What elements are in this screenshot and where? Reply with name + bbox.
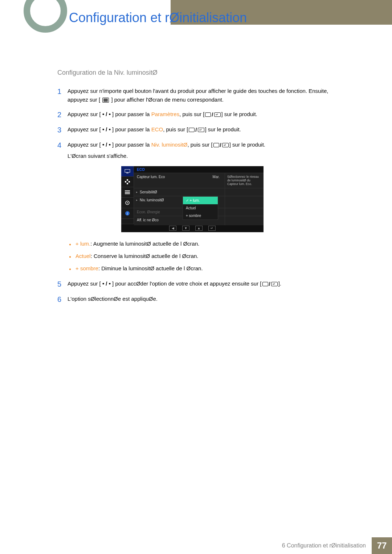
enter-icon: /	[205, 110, 220, 119]
osd-help-text: SØlectionnez le niveau de luminositØ du …	[225, 173, 264, 188]
text: Appuyez sur [	[68, 280, 101, 287]
highlight: ECO	[151, 126, 163, 132]
bullet-item: ● + sombre: Diminue la luminositØ actuel…	[69, 264, 337, 273]
step-body: Appuyez sur [ • / • ] pour accØder l'opt…	[68, 279, 337, 289]
osd-header: ECO	[134, 166, 264, 173]
osd-sidebar-adjust-icon	[121, 177, 134, 187]
step-number: 6	[57, 295, 68, 304]
text: : Augmente la luminositØ actuelle de l Ø…	[90, 241, 199, 247]
osd-sidebar-list-icon	[121, 187, 134, 198]
bullet-list: ● + lum.: Augmente la luminositØ actuell…	[69, 239, 337, 273]
osd-row-label: Niv. luminositØ	[134, 196, 183, 225]
step-number: 5	[57, 279, 68, 289]
osd-sidebar: i	[121, 166, 134, 224]
text: : Diminue la luminositØ actuelle de l Øc…	[98, 265, 203, 271]
text: ] pour passer la	[112, 141, 151, 148]
step-body: Appuyez sur [ • / • ] pour passer la Niv…	[68, 140, 337, 160]
step-body: Appuyez sur n'importe quel bouton l'avan…	[68, 87, 337, 104]
step-number: 2	[57, 110, 68, 119]
section-heading: Configuration de la Niv. luminositØ	[57, 69, 337, 77]
text: Appuyez sur [	[68, 111, 101, 117]
svg-rect-5	[127, 183, 128, 184]
svg-rect-2	[125, 181, 126, 182]
svg-text:i: i	[127, 212, 128, 216]
step-2: 2 Appuyez sur [ • / • ] pour passer la P…	[57, 110, 337, 119]
step-1: 1 Appuyez sur n'importe quel bouton l'av…	[57, 87, 337, 104]
footer-label: 6 Configuration et rØinitialisation	[282, 537, 372, 554]
enter-icon: /	[189, 126, 204, 134]
osd-row-value: Mar.	[180, 173, 225, 188]
bullet-dot: ●	[69, 252, 75, 260]
step-number: 1	[57, 87, 68, 104]
highlight: Paramètres	[151, 111, 180, 117]
osd-row-label: Capteur lum. Eco	[134, 173, 180, 188]
text: L'Øcran suivant s'affiche.	[68, 153, 128, 159]
highlight: Niv. luminositØ	[151, 141, 188, 148]
svg-rect-8	[125, 193, 130, 194]
svg-rect-0	[125, 169, 130, 172]
text: ].	[278, 280, 281, 287]
text: , puis sur [	[179, 111, 204, 117]
text: ] pour passer la	[112, 126, 151, 132]
text: ] sur le produit.	[229, 141, 265, 148]
svg-rect-3	[128, 181, 130, 182]
svg-rect-6	[125, 190, 130, 191]
bullet-item: ● Actuel: Conserve la luminositØ actuell…	[69, 252, 337, 260]
osd-sidebar-info-icon: i	[121, 208, 134, 219]
nav-dots: • / •	[101, 141, 112, 148]
menu-icon	[102, 98, 109, 103]
step-body: L'option sØlectionnØe est appliquØe.	[68, 295, 337, 304]
text: L'option sØlectionnØe est appliquØe.	[68, 296, 158, 302]
nav-dots: • / •	[101, 280, 112, 287]
highlight: Actuel	[75, 253, 91, 259]
svg-rect-7	[125, 192, 130, 193]
enter-icon: /	[213, 141, 229, 149]
nav-dots: • / •	[101, 126, 112, 132]
chapter-title: Configuration et rØinitialisation	[69, 10, 247, 25]
nav-dots: • / •	[101, 111, 112, 117]
step-6: 6 L'option sØlectionnØe est appliquØe.	[57, 295, 337, 304]
text: ] pour afficher l'Øcran de menu correspo…	[111, 97, 223, 103]
step-number: 4	[57, 140, 68, 160]
svg-point-10	[127, 202, 128, 204]
osd-option-selected: + lum.	[183, 197, 218, 204]
text: Appuyez sur [	[68, 126, 101, 132]
highlight: + lum.	[75, 241, 90, 247]
enter-icon: /	[262, 280, 278, 288]
step-5: 5 Appuyez sur [ • / • ] pour accØder l'o…	[57, 279, 337, 289]
osd-sidebar-monitor-icon	[121, 166, 134, 177]
text: , puis sur [	[187, 141, 212, 148]
osd-row-label: SensibilitØ	[134, 188, 183, 196]
text: Appuyez sur [	[68, 141, 101, 148]
text: ] sur le produit.	[221, 111, 257, 117]
osd-screenshot: i ECO Capteur lum. Eco Mar. SØlectionnez…	[121, 166, 264, 232]
content-area: Configuration de la Niv. luminositØ 1 Ap…	[57, 69, 337, 310]
step-body: Appuyez sur [ • / • ] pour passer la Par…	[68, 110, 337, 119]
osd-nav-left-icon: ◀	[169, 226, 176, 231]
text: ] sur le produit.	[205, 126, 241, 132]
chapter-badge-circle	[24, 0, 67, 33]
text: : Conserve la luminositØ actuelle de l Ø…	[91, 253, 199, 259]
step-3: 3 Appuyez sur [ • / • ] pour passer la E…	[57, 125, 337, 135]
osd-nav-down-icon: ▼	[182, 226, 189, 231]
osd-main: ECO Capteur lum. Eco Mar. SØlectionnez l…	[134, 166, 264, 224]
svg-rect-1	[126, 173, 128, 173]
osd-nav-up-icon: ▲	[195, 226, 203, 231]
step-4: 4 Appuyez sur [ • / • ] pour passer la N…	[57, 140, 337, 160]
svg-rect-4	[127, 179, 128, 181]
text: ] pour passer la	[112, 111, 151, 117]
page-footer: 6 Configuration et rØinitialisation 77	[0, 537, 392, 554]
text: ] pour accØder l'option de votre choix e…	[112, 280, 261, 287]
bullet-dot: ●	[69, 239, 75, 248]
osd-sidebar-gear-icon	[121, 198, 134, 208]
text: , puis sur [	[163, 126, 188, 132]
bullet-item: ● + lum.: Augmente la luminositØ actuell…	[69, 239, 337, 248]
step-body: Appuyez sur [ • / • ] pour passer la ECO…	[68, 125, 337, 135]
osd-nav-enter-icon: ↵	[208, 226, 216, 231]
step-number: 3	[57, 125, 68, 135]
footer-page-number: 77	[372, 537, 392, 554]
highlight: + sombre	[75, 265, 98, 271]
bullet-dot: ●	[69, 264, 75, 273]
